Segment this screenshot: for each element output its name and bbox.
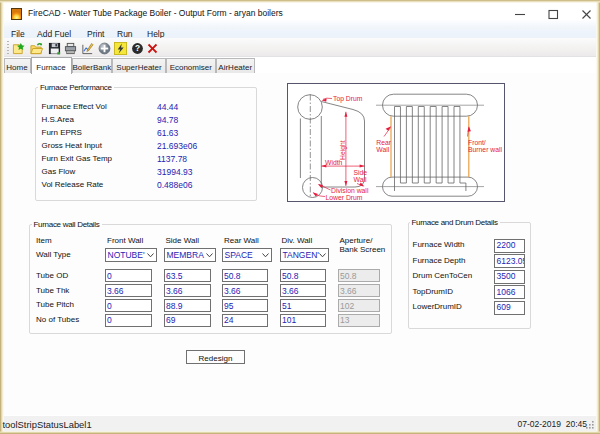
svg-text:Side: Side — [353, 168, 367, 175]
svg-text:Wall: Wall — [376, 145, 389, 152]
svg-text:Division wall: Division wall — [331, 187, 369, 194]
svg-text:Burner wall: Burner wall — [468, 145, 502, 152]
svg-text:Front/: Front/ — [468, 138, 486, 145]
svg-text:?: ? — [135, 43, 140, 53]
svg-text:Width: Width — [325, 158, 343, 165]
svg-text:Top Drum: Top Drum — [333, 95, 363, 103]
svg-text:Height: Height — [338, 140, 346, 160]
svg-text:Lower Drum: Lower Drum — [325, 194, 362, 201]
svg-text:Rear: Rear — [376, 138, 391, 145]
svg-text:Wall: Wall — [353, 175, 366, 182]
